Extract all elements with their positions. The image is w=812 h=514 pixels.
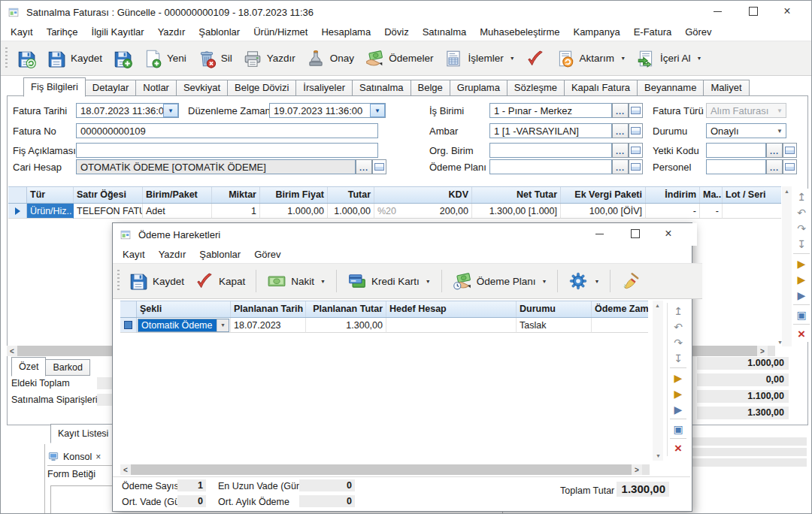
tab-notlar[interactable]: Notlar bbox=[136, 80, 177, 96]
column-header[interactable]: Birim Fiyat bbox=[260, 187, 328, 203]
column-header[interactable]: İndirim bbox=[646, 187, 700, 203]
maximize-icon[interactable] bbox=[624, 223, 647, 244]
personnel-field[interactable] bbox=[706, 159, 766, 174]
menu-item-sablonlar[interactable]: Şablonlar bbox=[192, 24, 247, 40]
column-header[interactable]: Birim/Paket bbox=[143, 187, 212, 203]
kredi-karti-button[interactable]: Kredi Kartı▼ bbox=[344, 269, 435, 293]
cell-payment-time[interactable] bbox=[592, 318, 648, 333]
scrollbar-thumb[interactable] bbox=[131, 464, 632, 475]
modal-horizontal-scrollbar[interactable]: < > bbox=[120, 464, 650, 475]
slip-description-field[interactable] bbox=[76, 143, 378, 158]
menu-item-gorev[interactable]: Görev bbox=[247, 246, 287, 262]
date-dropdown-icon[interactable]: ▼ bbox=[370, 104, 385, 117]
tab-kapali-fatura[interactable]: Kapalı Fatura bbox=[565, 80, 638, 96]
column-header[interactable]: Durumu bbox=[517, 301, 592, 317]
tab-fis-bilgileri[interactable]: Fiş Bilgileri bbox=[23, 77, 86, 97]
yazdir-button[interactable]: Yazdır bbox=[239, 47, 299, 71]
invoice-date-field[interactable]: 18.07.2023 11:36:02 ▼ bbox=[76, 103, 179, 118]
scroll-up-icon[interactable]: ▲ bbox=[782, 186, 792, 196]
redo-button[interactable]: ↷ bbox=[669, 334, 687, 350]
red-check-button[interactable] bbox=[522, 47, 549, 71]
odemeler-button[interactable]: Ödemeler bbox=[361, 47, 437, 71]
auth-code-lookup-button[interactable]: ... bbox=[766, 143, 783, 158]
tab-beyanname[interactable]: Beyanname bbox=[638, 80, 704, 96]
scroll-down-icon[interactable]: ▼ bbox=[775, 337, 785, 347]
menu-item-gorev[interactable]: Görev bbox=[678, 24, 718, 40]
column-header[interactable]: KDV bbox=[374, 187, 472, 203]
onay-button[interactable]: Onay bbox=[302, 47, 358, 71]
tab-maliyet[interactable]: Maliyet bbox=[704, 80, 749, 96]
console-tab[interactable]: Konsol × bbox=[47, 448, 112, 466]
odeme-plani-button[interactable]: Ödeme Planı▼ bbox=[449, 269, 551, 293]
cell-expense[interactable]: - bbox=[700, 204, 723, 219]
menu-item-doviz[interactable]: Döviz bbox=[377, 24, 416, 40]
iceri-al-button[interactable]: İçeri Al▼ bbox=[632, 47, 705, 71]
payment-plan-lookup-button[interactable]: ... bbox=[612, 159, 629, 174]
delete-row-button[interactable]: × bbox=[792, 326, 810, 342]
column-header[interactable]: Planlanan Tarih bbox=[231, 301, 306, 317]
aktarim-button[interactable]: Aktarım▼ bbox=[552, 47, 629, 71]
cell-amount[interactable]: 1.000,00 bbox=[328, 204, 374, 219]
menu-item-urun-hizmet[interactable]: Ürün/Hizmet bbox=[247, 24, 314, 40]
insert-row-alt-button[interactable]: ▶ bbox=[792, 271, 810, 287]
menu-item-muhasebelestirme[interactable]: Muhasebeleştirme bbox=[473, 24, 566, 40]
cell-unit-price[interactable]: 1.000,00 bbox=[260, 204, 328, 219]
auth-code-keypad-button[interactable] bbox=[783, 143, 797, 158]
minimize-icon[interactable] bbox=[706, 1, 729, 22]
org-unit-field[interactable] bbox=[489, 143, 612, 158]
column-header[interactable]: Şekli bbox=[137, 301, 231, 317]
islemler-button[interactable]: İşlemler▼ bbox=[440, 47, 518, 71]
payment-plan-keypad-button[interactable] bbox=[629, 159, 643, 174]
move-top-button[interactable]: ↥ bbox=[669, 303, 687, 319]
column-header[interactable]: Ma.. bbox=[700, 187, 723, 203]
menu-item-kayit[interactable]: Kayıt bbox=[116, 246, 152, 262]
cell-lot-serial[interactable] bbox=[723, 204, 781, 219]
sil-button[interactable]: Sil bbox=[193, 47, 236, 71]
column-header[interactable]: Lot / Seri bbox=[723, 187, 781, 203]
undo-button[interactable]: ↶ bbox=[669, 319, 687, 334]
tab-gruplama[interactable]: Gruplama bbox=[450, 80, 508, 96]
cell-planned-date[interactable]: 18.07.2023 bbox=[231, 318, 306, 333]
maximize-icon[interactable] bbox=[742, 1, 765, 22]
current-account-field[interactable]: OTOMATİK ÖDEME [OTOMATİK ÖDEME] bbox=[76, 159, 356, 174]
chevron-down-icon[interactable]: ▼ bbox=[620, 56, 626, 61]
tab-barkod[interactable]: Barkod bbox=[46, 359, 90, 376]
menu-item-kayit[interactable]: Kayıt bbox=[4, 24, 40, 40]
status-select[interactable]: Onaylı ▼ bbox=[706, 123, 786, 138]
insert-subrow-button[interactable]: ▶ bbox=[669, 401, 687, 417]
cell-line-item[interactable]: TELEFON FATUR.. bbox=[74, 204, 143, 219]
menu-item-yazdir[interactable]: Yazdır bbox=[152, 246, 193, 262]
column-header[interactable]: Ek Vergi Paketi bbox=[561, 187, 646, 203]
chevron-down-icon[interactable]: ▼ bbox=[510, 56, 515, 61]
cell-unit[interactable]: Adet bbox=[143, 204, 212, 219]
menu-item-tarihce[interactable]: Tarihçe bbox=[40, 24, 85, 40]
floppy-refresh-button[interactable] bbox=[13, 47, 40, 71]
kaydet-button[interactable]: Kaydet bbox=[43, 47, 106, 71]
insert-row-button[interactable]: ▶ bbox=[792, 255, 810, 271]
current-account-keypad-button[interactable] bbox=[372, 159, 386, 174]
menu-item-ilgili-kayitlar[interactable]: İlgili Kayıtlar bbox=[85, 24, 151, 40]
copy-rows-button[interactable]: ▣ bbox=[669, 421, 687, 437]
scroll-down-icon[interactable]: ▼ bbox=[653, 451, 663, 461]
cell-net-amount[interactable]: 1.300,00 [1.000] bbox=[472, 204, 561, 219]
tab-irsaliyeler[interactable]: İrsaliyeler bbox=[296, 80, 353, 96]
move-bottom-button[interactable]: ↧ bbox=[669, 350, 687, 366]
menu-item-satinalma[interactable]: Satınalma bbox=[416, 24, 474, 40]
warehouse-field[interactable]: 1 [1 -VARSAYILAN] bbox=[489, 123, 612, 138]
kaydet-button[interactable]: Kaydet bbox=[125, 269, 188, 293]
modal-vertical-scrollbar[interactable]: ▲ bbox=[653, 301, 663, 461]
edit-time-field[interactable]: 19.07.2023 11:36:00 ▼ bbox=[269, 103, 386, 118]
menu-item-yazdir[interactable]: Yazdır bbox=[151, 24, 192, 40]
org-unit-keypad-button[interactable] bbox=[629, 143, 643, 158]
table-row[interactable]: Otomatik Ödeme ▼ 18.07.2023 1.300,00 Tas… bbox=[120, 318, 648, 333]
table-row[interactable]: Ürün/Hiz.. TELEFON FATUR.. Adet 1 1.000,… bbox=[8, 204, 781, 219]
floppy-plus-button[interactable] bbox=[109, 47, 136, 71]
warehouse-keypad-button[interactable] bbox=[629, 123, 643, 138]
broom-button[interactable] bbox=[617, 269, 644, 293]
chevron-down-icon[interactable]: ▼ bbox=[697, 56, 702, 61]
org-unit-lookup-button[interactable]: ... bbox=[612, 143, 629, 158]
tab-sevkiyat[interactable]: Sevkiyat bbox=[177, 80, 228, 96]
cell-vat[interactable]: %20200,00 bbox=[374, 204, 472, 219]
personnel-keypad-button[interactable] bbox=[783, 159, 797, 174]
close-icon[interactable]: × bbox=[657, 223, 680, 244]
